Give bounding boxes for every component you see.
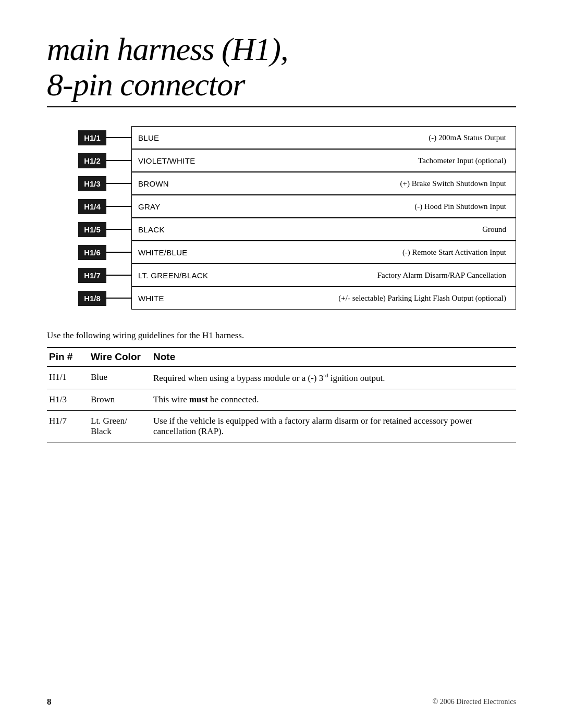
pin-row: H1/8WHITE(+/- selectable) Parking Light … bbox=[78, 287, 516, 310]
pin-description: (+) Brake Switch Shutdown Input bbox=[232, 179, 509, 188]
table-cell-color: Blue bbox=[89, 366, 151, 389]
connector-diagram: H1/1BLUE(-) 200mA Status OutputH1/2VIOLE… bbox=[47, 126, 516, 310]
pin-connector-line bbox=[106, 206, 131, 207]
pin-color: BLACK bbox=[138, 225, 232, 234]
pin-info-box: VIOLET/WHITETachometer Input (optional) bbox=[131, 149, 516, 172]
pin-row: H1/3BROWN(+) Brake Switch Shutdown Input bbox=[78, 172, 516, 195]
page-number: 8 bbox=[47, 697, 52, 707]
pin-info-box: GRAY(-) Hood Pin Shutdown Input bbox=[131, 195, 516, 218]
pin-label: H1/2 bbox=[78, 153, 106, 168]
pin-label: H1/8 bbox=[78, 291, 106, 306]
pin-color: GRAY bbox=[138, 202, 232, 211]
pin-description: (-) 200mA Status Output bbox=[232, 133, 509, 142]
table-cell-pin: H1/7 bbox=[47, 411, 89, 442]
table-cell-note: This wire must be connected. bbox=[151, 389, 516, 411]
pin-description: (-) Remote Start Activation Input bbox=[232, 248, 509, 257]
pin-color: WHITE/BLUE bbox=[138, 248, 232, 257]
pin-connector-line bbox=[106, 183, 131, 184]
pin-row: H1/6WHITE/BLUE(-) Remote Start Activatio… bbox=[78, 241, 516, 264]
pin-description: Factory Alarm Disarm/RAP Cancellation bbox=[232, 271, 509, 280]
pin-description: (+/- selectable) Parking Light Flash Out… bbox=[232, 294, 509, 303]
pin-label: H1/5 bbox=[78, 222, 106, 237]
page-footer: 8 © 2006 Directed Electronics bbox=[47, 697, 516, 707]
pin-info-box: WHITE/BLUE(-) Remote Start Activation In… bbox=[131, 241, 516, 264]
pin-color: BLUE bbox=[138, 133, 232, 142]
table-header-pin: Pin # bbox=[47, 348, 89, 366]
pin-connector-line bbox=[106, 137, 131, 138]
pin-info-box: BROWN(+) Brake Switch Shutdown Input bbox=[131, 172, 516, 195]
table-row: H1/3BrownThis wire must be connected. bbox=[47, 389, 516, 411]
pin-label: H1/6 bbox=[78, 245, 106, 260]
table-cell-pin: H1/3 bbox=[47, 389, 89, 411]
table-cell-note: Use if the vehicle is equipped with a fa… bbox=[151, 411, 516, 442]
table-cell-color: Brown bbox=[89, 389, 151, 411]
table-header-color: Wire Color bbox=[89, 348, 151, 366]
copyright: © 2006 Directed Electronics bbox=[433, 698, 516, 706]
pin-connector-line bbox=[106, 298, 131, 299]
pin-label: H1/3 bbox=[78, 176, 106, 191]
pin-connector-line bbox=[106, 275, 131, 276]
title-divider bbox=[47, 106, 516, 107]
pin-color: WHITE bbox=[138, 294, 232, 303]
table-row: H1/7Lt. Green/ BlackUse if the vehicle i… bbox=[47, 411, 516, 442]
pin-color: LT. GREEN/BLACK bbox=[138, 271, 232, 280]
pin-row: H1/5BLACKGround bbox=[78, 218, 516, 241]
pin-connector-line bbox=[106, 160, 131, 161]
guidelines-intro: Use the following wiring guidelines for … bbox=[47, 330, 516, 341]
pin-connector-line bbox=[106, 229, 131, 230]
pin-info-box: BLACKGround bbox=[131, 218, 516, 241]
pin-row: H1/4GRAY(-) Hood Pin Shutdown Input bbox=[78, 195, 516, 218]
page-title: main harness (H1), 8-pin connector bbox=[47, 31, 516, 102]
table-cell-color: Lt. Green/ Black bbox=[89, 411, 151, 442]
pin-description: Tachometer Input (optional) bbox=[232, 156, 509, 165]
pin-color: BROWN bbox=[138, 179, 232, 188]
pin-description: Ground bbox=[232, 225, 509, 234]
pin-label: H1/4 bbox=[78, 199, 106, 214]
pin-row: H1/7LT. GREEN/BLACKFactory Alarm Disarm/… bbox=[78, 264, 516, 287]
table-cell-note: Required when using a bypass module or a… bbox=[151, 366, 516, 389]
pin-label: H1/1 bbox=[78, 130, 106, 145]
pin-row: H1/1BLUE(-) 200mA Status Output bbox=[78, 126, 516, 149]
pin-label: H1/7 bbox=[78, 268, 106, 283]
pin-row: H1/2VIOLET/WHITETachometer Input (option… bbox=[78, 149, 516, 172]
table-cell-pin: H1/1 bbox=[47, 366, 89, 389]
pin-info-box: LT. GREEN/BLACKFactory Alarm Disarm/RAP … bbox=[131, 264, 516, 287]
pin-info-box: BLUE(-) 200mA Status Output bbox=[131, 126, 516, 149]
pin-color: VIOLET/WHITE bbox=[138, 156, 232, 165]
pin-info-box: WHITE(+/- selectable) Parking Light Flas… bbox=[131, 287, 516, 310]
table-header-note: Note bbox=[151, 348, 516, 366]
pin-description: (-) Hood Pin Shutdown Input bbox=[232, 202, 509, 211]
table-row: H1/1BlueRequired when using a bypass mod… bbox=[47, 366, 516, 389]
pin-connector-line bbox=[106, 252, 131, 253]
wire-table: Pin # Wire Color Note H1/1BlueRequired w… bbox=[47, 347, 516, 442]
